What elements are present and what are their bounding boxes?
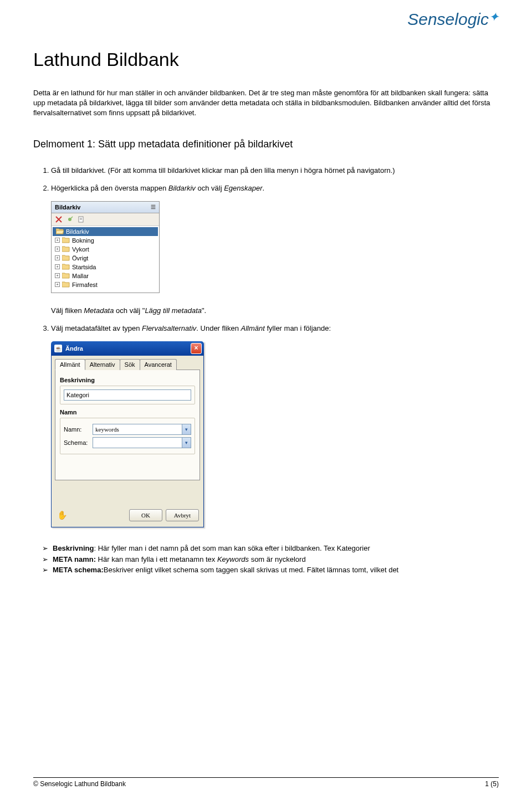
dialog-body: Allmänt Alternativ Sök Avancerat Beskriv… [51, 356, 204, 527]
delete-icon[interactable] [55, 216, 63, 223]
intro-paragraph: Detta är en lathund för hur man ställer … [33, 88, 499, 119]
cancel-button[interactable]: Avbryt [166, 509, 199, 521]
tree-item-label: Övrigt [72, 255, 88, 261]
tool-icon[interactable] [66, 216, 74, 223]
folder-icon [62, 281, 70, 288]
expand-icon[interactable]: + [55, 282, 60, 287]
tab-content: Beskrivning Namn Namn: ▾ Schema: ▾ [55, 370, 200, 480]
expand-icon[interactable]: + [55, 273, 60, 278]
namn-label: Namn: [64, 426, 89, 433]
bullet-meta-schema: META schema:Beskriver enligt vilket sche… [53, 565, 499, 576]
tree-item-label: Mallar [72, 273, 89, 279]
page-footer: © Senselogic Lathund Bildbank 1 (5) [33, 777, 499, 788]
namn-combo[interactable]: ▾ [93, 424, 191, 435]
footer-right: 1 (5) [485, 780, 499, 788]
section-heading: Delmoment 1: Sätt upp metadata definitio… [33, 139, 499, 150]
dialog-button-row: ✋ OK Avbryt [56, 509, 199, 521]
folder-tree: Bildarkiv + Bokning + Vykort + Övrigt + … [52, 226, 159, 293]
tab-avancerat[interactable]: Avancerat [140, 359, 177, 370]
collapse-icon[interactable]: ☰ [151, 204, 156, 210]
tree-item[interactable]: + Startsida [52, 263, 159, 271]
tabs-row: Allmänt Alternativ Sök Avancerat [55, 359, 200, 370]
panel-titlebar: Bildarkiv ☰ [52, 202, 159, 213]
bullet-list: Beskrivning: Här fyller man i det namn p… [33, 543, 499, 576]
panel-title-text: Bildarkiv [55, 204, 80, 211]
page-title: Lathund Bildbank [33, 49, 499, 70]
after-tree-instruction: Välj fliken Metadata och välj "Lägg till… [51, 306, 499, 315]
namn-input[interactable] [93, 424, 182, 434]
beskrivning-fieldset [60, 386, 195, 404]
namn-section-label: Namn [60, 409, 195, 416]
panel-toolbar [52, 213, 159, 226]
ok-button[interactable]: OK [129, 509, 162, 521]
schema-input[interactable] [93, 438, 182, 448]
expand-icon[interactable]: + [55, 264, 60, 269]
tree-item[interactable]: + Bokning [52, 236, 159, 245]
schema-label: Schema: [64, 439, 89, 446]
tree-item-label: Bildarkiv [66, 228, 89, 235]
close-icon[interactable]: × [191, 343, 202, 354]
dialog-titlebar[interactable]: ☕ Ändra × [51, 341, 204, 356]
sparkle-icon: ✦ [489, 10, 499, 24]
tree-item[interactable]: + Övrigt [52, 254, 159, 263]
step-1: Gå till bildarkivet. (För att komma till… [51, 166, 499, 176]
schema-combo[interactable]: ▾ [93, 437, 191, 448]
tree-item-label: Bokning [72, 237, 94, 244]
footer-left: © Senselogic Lathund Bildbank [33, 780, 126, 788]
folder-icon [62, 273, 70, 279]
beskrivning-label: Beskrivning [60, 377, 195, 383]
java-icon: ☕ [54, 345, 62, 352]
chevron-down-icon[interactable]: ▾ [182, 438, 191, 448]
tree-item[interactable]: + Firmafest [52, 280, 159, 289]
step-2: Högerklicka på den översta mappen Bildar… [51, 183, 499, 193]
beskrivning-input[interactable] [64, 389, 191, 401]
andra-dialog: ☕ Ändra × Allmänt Alternativ Sök Avancer… [51, 341, 204, 527]
folder-open-icon [56, 228, 64, 234]
expand-icon[interactable]: + [55, 247, 60, 252]
bildarkiv-panel: Bildarkiv ☰ Bildarkiv + Bokning + Vykort [51, 201, 160, 293]
tree-item[interactable]: + Vykort [52, 245, 159, 254]
step-list-continued: Välj metadatafältet av typen Flervalsalt… [33, 324, 499, 334]
chevron-down-icon[interactable]: ▾ [182, 424, 191, 434]
folder-icon [62, 246, 70, 252]
tab-allmant[interactable]: Allmänt [55, 359, 85, 370]
tree-item-selected[interactable]: Bildarkiv [53, 227, 158, 236]
bullet-meta-namn: META namn: Här kan man fylla i ett metan… [53, 554, 499, 565]
expand-icon[interactable]: + [55, 238, 60, 243]
tree-item[interactable]: + Mallar [52, 271, 159, 280]
tab-alternativ[interactable]: Alternativ [85, 359, 120, 370]
tab-sok[interactable]: Sök [120, 359, 140, 370]
brand-logo: Senselogic✦ [407, 10, 499, 29]
dialog-title: Ändra [65, 345, 187, 352]
tree-item-label: Firmafest [72, 281, 98, 288]
tree-item-label: Vykort [72, 246, 89, 253]
hand-icon[interactable]: ✋ [56, 510, 68, 521]
namn-fieldset: Namn: ▾ Schema: ▾ [60, 418, 195, 454]
document-icon[interactable] [77, 216, 85, 223]
folder-icon [62, 264, 70, 270]
folder-icon [62, 237, 70, 243]
folder-icon [62, 255, 70, 261]
step-list: Gå till bildarkivet. (För att komma till… [33, 166, 499, 193]
bullet-beskrivning: Beskrivning: Här fyller man i det namn p… [53, 543, 499, 554]
tree-item-label: Startsida [72, 264, 96, 270]
step-3: Välj metadatafältet av typen Flervalsalt… [51, 324, 499, 334]
expand-icon[interactable]: + [55, 255, 60, 260]
